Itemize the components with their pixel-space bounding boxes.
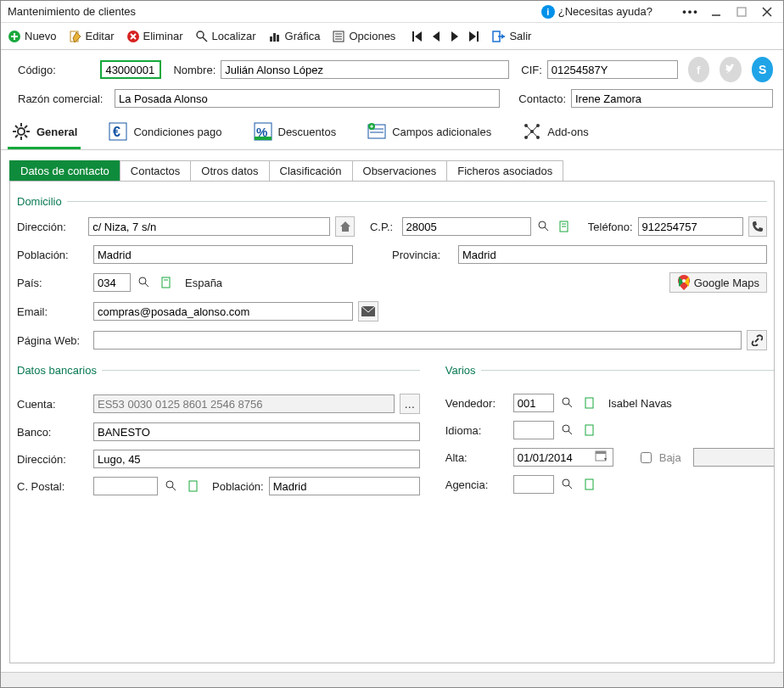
- cp-doc-icon[interactable]: [557, 218, 573, 235]
- vend-search-icon[interactable]: [559, 394, 576, 411]
- more-icon[interactable]: •••: [678, 5, 703, 18]
- maximize-button[interactable]: [729, 3, 754, 20]
- minimize-button[interactable]: [703, 3, 729, 20]
- link-icon[interactable]: [747, 330, 767, 350]
- direccion-input[interactable]: [88, 217, 330, 236]
- salir-button[interactable]: Salir: [492, 30, 531, 43]
- tab-descuentos[interactable]: % Descuentos: [249, 116, 340, 149]
- opciones-button[interactable]: Opciones: [332, 30, 395, 43]
- svg-rect-69: [162, 277, 170, 288]
- pais-search-icon[interactable]: [136, 274, 153, 291]
- vend-doc-icon[interactable]: [581, 394, 598, 411]
- svg-rect-14: [273, 33, 276, 42]
- pais-doc-icon[interactable]: [158, 274, 175, 291]
- svg-point-11: [197, 31, 204, 38]
- svg-marker-24: [469, 31, 476, 42]
- grafica-button[interactable]: Gráfica: [268, 30, 321, 43]
- help-icon[interactable]: i: [541, 5, 555, 19]
- nuevo-button[interactable]: Nuevo: [8, 30, 57, 43]
- localizar-button[interactable]: Localizar: [195, 30, 256, 43]
- google-maps-button[interactable]: Google Maps: [669, 272, 767, 293]
- baja-date-input[interactable]: [693, 448, 775, 467]
- provincia-input[interactable]: [458, 245, 767, 264]
- varios-legend: Varios: [445, 364, 775, 377]
- subtab-obs[interactable]: Observaciones: [352, 160, 448, 181]
- nav-prev-icon[interactable]: [429, 30, 443, 43]
- phone-icon[interactable]: [748, 216, 767, 237]
- b-cp-search-icon[interactable]: [163, 478, 180, 495]
- svg-point-78: [563, 398, 569, 405]
- chart-icon: [268, 30, 282, 43]
- svg-marker-22: [433, 31, 440, 42]
- nav-last-icon[interactable]: [467, 30, 480, 43]
- svg-line-58: [532, 126, 538, 131]
- calendar-icon[interactable]: [595, 450, 610, 465]
- vendedor-input[interactable]: [513, 394, 554, 412]
- razon-input[interactable]: [115, 89, 500, 108]
- svg-rect-85: [596, 451, 606, 454]
- tab-campos-label: Campos adicionales: [392, 126, 491, 138]
- banco-input[interactable]: [93, 422, 420, 441]
- nombre-input[interactable]: [221, 60, 509, 79]
- idioma-search-icon[interactable]: [559, 422, 576, 439]
- nav-next-icon[interactable]: [448, 30, 462, 43]
- euro-icon: €: [108, 121, 128, 142]
- mail-icon[interactable]: [358, 301, 378, 322]
- banco-label: Banco:: [17, 426, 88, 439]
- cif-input[interactable]: [547, 60, 678, 79]
- svg-text:€: €: [113, 125, 120, 139]
- contacto-input[interactable]: [571, 89, 773, 108]
- tab-cond-label: Condiciones pago: [133, 126, 221, 138]
- tab-general[interactable]: General: [8, 116, 81, 149]
- svg-rect-1: [737, 8, 746, 16]
- fields-icon: [367, 121, 387, 142]
- nav-first-icon[interactable]: [411, 30, 424, 43]
- baja-checkbox[interactable]: [641, 452, 652, 463]
- editar-button[interactable]: Editar: [69, 30, 115, 43]
- svg-line-39: [25, 126, 27, 128]
- email-input[interactable]: [93, 302, 353, 321]
- tab-desc-label: Descuentos: [278, 126, 337, 138]
- tab-addons[interactable]: Add-ons: [518, 116, 591, 149]
- codigo-input[interactable]: [100, 60, 161, 79]
- web-input[interactable]: [93, 331, 742, 350]
- skype-icon[interactable]: S: [752, 57, 773, 82]
- baja-label: Baja: [659, 451, 681, 464]
- cuenta-more-icon[interactable]: …: [400, 394, 420, 414]
- help-link[interactable]: ¿Necesitas ayuda?: [558, 5, 652, 18]
- agencia-label: Agencia:: [445, 478, 508, 491]
- cp-label: C.P.:: [370, 221, 397, 233]
- close-button[interactable]: [754, 3, 780, 20]
- svg-line-60: [532, 131, 538, 137]
- agencia-input[interactable]: [513, 475, 554, 494]
- b-cp-doc-icon[interactable]: [185, 478, 202, 495]
- subtab-contactos[interactable]: Contactos: [120, 160, 192, 181]
- search-icon: [195, 30, 209, 43]
- eliminar-button[interactable]: Eliminar: [126, 30, 183, 43]
- b-direccion-input[interactable]: [93, 450, 420, 468]
- subtab-fich[interactable]: Ficheros asociados: [446, 160, 563, 181]
- idioma-input[interactable]: [513, 421, 554, 439]
- home-icon[interactable]: [335, 216, 354, 237]
- twitter-icon[interactable]: [720, 57, 741, 82]
- agencia-doc-icon[interactable]: [581, 476, 598, 493]
- pais-input[interactable]: [93, 273, 131, 292]
- b-poblacion-input[interactable]: [269, 477, 420, 495]
- subtab-clasif[interactable]: Clasificación: [269, 160, 353, 181]
- map-pin-icon: [677, 275, 691, 290]
- b-cp-input[interactable]: [93, 477, 158, 495]
- idioma-label: Idioma:: [445, 424, 508, 437]
- cuenta-input[interactable]: [93, 394, 395, 413]
- idioma-doc-icon[interactable]: [581, 422, 598, 439]
- subtab-datos[interactable]: Datos de contacto: [9, 160, 120, 181]
- svg-line-40: [15, 135, 18, 137]
- cp-input[interactable]: [402, 217, 531, 236]
- tab-condiciones[interactable]: € Condiciones pago: [104, 116, 225, 149]
- facebook-icon[interactable]: f: [688, 57, 709, 82]
- telefono-input[interactable]: [638, 217, 743, 236]
- poblacion-input[interactable]: [93, 245, 353, 264]
- cp-search-icon[interactable]: [536, 218, 552, 235]
- subtab-otros[interactable]: Otros datos: [190, 160, 269, 181]
- tab-campos[interactable]: Campos adicionales: [363, 116, 495, 149]
- agencia-search-icon[interactable]: [559, 476, 576, 493]
